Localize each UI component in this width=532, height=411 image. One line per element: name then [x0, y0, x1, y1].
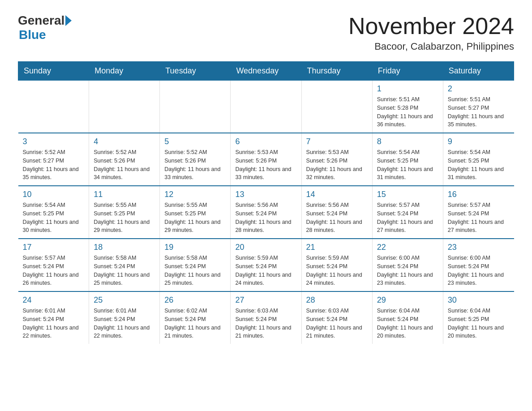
day-info: Sunrise: 5:53 AM Sunset: 5:26 PM Dayligh… — [235, 148, 296, 182]
day-number: 14 — [306, 190, 368, 199]
calendar-cell: 19Sunrise: 5:58 AM Sunset: 5:24 PM Dayli… — [160, 239, 231, 291]
calendar-cell: 1Sunrise: 5:51 AM Sunset: 5:28 PM Daylig… — [372, 81, 443, 133]
weekday-header-row: SundayMondayTuesdayWednesdayThursdayFrid… — [18, 62, 514, 81]
day-info: Sunrise: 5:56 AM Sunset: 5:24 PM Dayligh… — [235, 201, 296, 235]
weekday-header: Saturday — [443, 62, 514, 81]
calendar-cell: 18Sunrise: 5:58 AM Sunset: 5:24 PM Dayli… — [89, 239, 160, 291]
day-number: 21 — [306, 243, 368, 252]
day-info: Sunrise: 5:57 AM Sunset: 5:24 PM Dayligh… — [448, 201, 510, 235]
page-header: General Blue November 2024 Bacoor, Calab… — [18, 13, 514, 52]
day-info: Sunrise: 5:53 AM Sunset: 5:26 PM Dayligh… — [306, 148, 368, 182]
day-number: 19 — [164, 243, 226, 252]
day-number: 5 — [164, 137, 226, 146]
day-info: Sunrise: 5:54 AM Sunset: 5:25 PM Dayligh… — [377, 148, 438, 182]
day-number: 20 — [235, 243, 296, 252]
weekday-header: Monday — [89, 62, 160, 81]
calendar-cell: 2Sunrise: 5:51 AM Sunset: 5:27 PM Daylig… — [443, 81, 514, 133]
day-number: 6 — [235, 137, 296, 146]
day-info: Sunrise: 6:01 AM Sunset: 5:24 PM Dayligh… — [23, 307, 85, 340]
day-info: Sunrise: 6:03 AM Sunset: 5:24 PM Dayligh… — [235, 307, 296, 340]
day-info: Sunrise: 5:55 AM Sunset: 5:25 PM Dayligh… — [164, 201, 226, 235]
day-info: Sunrise: 6:01 AM Sunset: 5:24 PM Dayligh… — [94, 307, 155, 340]
calendar-cell: 3Sunrise: 5:52 AM Sunset: 5:27 PM Daylig… — [18, 133, 89, 186]
calendar-cell: 27Sunrise: 6:03 AM Sunset: 5:24 PM Dayli… — [231, 291, 301, 344]
weekday-header: Friday — [372, 62, 443, 81]
day-info: Sunrise: 6:02 AM Sunset: 5:24 PM Dayligh… — [164, 307, 226, 340]
day-info: Sunrise: 5:51 AM Sunset: 5:27 PM Dayligh… — [448, 95, 510, 129]
day-number: 26 — [164, 295, 226, 305]
day-number: 22 — [377, 243, 438, 252]
day-info: Sunrise: 5:54 AM Sunset: 5:25 PM Dayligh… — [23, 201, 85, 235]
calendar-cell — [18, 81, 89, 133]
day-info: Sunrise: 5:52 AM Sunset: 5:27 PM Dayligh… — [23, 148, 85, 182]
day-number: 2 — [448, 84, 510, 94]
day-info: Sunrise: 5:56 AM Sunset: 5:24 PM Dayligh… — [306, 201, 368, 235]
calendar-week-row: 24Sunrise: 6:01 AM Sunset: 5:24 PM Dayli… — [18, 291, 514, 344]
calendar-cell: 17Sunrise: 5:57 AM Sunset: 5:24 PM Dayli… — [18, 239, 89, 291]
day-number: 27 — [235, 295, 296, 305]
day-info: Sunrise: 5:57 AM Sunset: 5:24 PM Dayligh… — [23, 254, 85, 287]
calendar-cell: 13Sunrise: 5:56 AM Sunset: 5:24 PM Dayli… — [231, 186, 301, 239]
calendar-cell: 26Sunrise: 6:02 AM Sunset: 5:24 PM Dayli… — [160, 291, 231, 344]
day-number: 11 — [94, 190, 155, 199]
location-subtitle: Bacoor, Calabarzon, Philippines — [348, 41, 514, 52]
day-info: Sunrise: 5:55 AM Sunset: 5:25 PM Dayligh… — [94, 201, 155, 235]
day-info: Sunrise: 6:04 AM Sunset: 5:25 PM Dayligh… — [448, 307, 510, 340]
calendar-cell: 8Sunrise: 5:54 AM Sunset: 5:25 PM Daylig… — [372, 133, 443, 186]
calendar-week-row: 17Sunrise: 5:57 AM Sunset: 5:24 PM Dayli… — [18, 239, 514, 291]
calendar-cell — [160, 81, 231, 133]
calendar-cell: 24Sunrise: 6:01 AM Sunset: 5:24 PM Dayli… — [18, 291, 89, 344]
calendar-cell: 9Sunrise: 5:54 AM Sunset: 5:25 PM Daylig… — [443, 133, 514, 186]
calendar-cell: 29Sunrise: 6:04 AM Sunset: 5:24 PM Dayli… — [372, 291, 443, 344]
title-area: November 2024 Bacoor, Calabarzon, Philip… — [348, 13, 514, 52]
day-info: Sunrise: 5:59 AM Sunset: 5:24 PM Dayligh… — [235, 254, 296, 287]
day-number: 17 — [23, 243, 85, 252]
calendar-cell: 16Sunrise: 5:57 AM Sunset: 5:24 PM Dayli… — [443, 186, 514, 239]
day-number: 10 — [23, 190, 85, 199]
day-info: Sunrise: 5:52 AM Sunset: 5:26 PM Dayligh… — [164, 148, 226, 182]
calendar-cell — [89, 81, 160, 133]
day-number: 29 — [377, 295, 438, 305]
calendar-cell: 15Sunrise: 5:57 AM Sunset: 5:24 PM Dayli… — [372, 186, 443, 239]
day-info: Sunrise: 6:00 AM Sunset: 5:24 PM Dayligh… — [448, 254, 510, 287]
day-number: 1 — [377, 84, 438, 94]
calendar-week-row: 3Sunrise: 5:52 AM Sunset: 5:27 PM Daylig… — [18, 133, 514, 186]
day-number: 15 — [377, 190, 438, 199]
logo-blue-text: Blue — [19, 28, 46, 42]
day-number: 4 — [94, 137, 155, 146]
day-info: Sunrise: 5:52 AM Sunset: 5:26 PM Dayligh… — [94, 148, 155, 182]
calendar-cell: 5Sunrise: 5:52 AM Sunset: 5:26 PM Daylig… — [160, 133, 231, 186]
calendar-cell: 4Sunrise: 5:52 AM Sunset: 5:26 PM Daylig… — [89, 133, 160, 186]
calendar-cell: 28Sunrise: 6:03 AM Sunset: 5:24 PM Dayli… — [301, 291, 372, 344]
day-number: 9 — [448, 137, 510, 146]
calendar-table: SundayMondayTuesdayWednesdayThursdayFrid… — [18, 61, 514, 344]
calendar-cell: 10Sunrise: 5:54 AM Sunset: 5:25 PM Dayli… — [18, 186, 89, 239]
calendar-week-row: 10Sunrise: 5:54 AM Sunset: 5:25 PM Dayli… — [18, 186, 514, 239]
calendar-cell: 21Sunrise: 5:59 AM Sunset: 5:24 PM Dayli… — [301, 239, 372, 291]
calendar-cell — [301, 81, 372, 133]
day-number: 24 — [23, 295, 85, 305]
calendar-cell: 23Sunrise: 6:00 AM Sunset: 5:24 PM Dayli… — [443, 239, 514, 291]
calendar-cell: 7Sunrise: 5:53 AM Sunset: 5:26 PM Daylig… — [301, 133, 372, 186]
day-info: Sunrise: 6:00 AM Sunset: 5:24 PM Dayligh… — [377, 254, 438, 287]
weekday-header: Wednesday — [231, 62, 301, 81]
day-number: 8 — [377, 137, 438, 146]
calendar-cell — [231, 81, 301, 133]
day-number: 3 — [23, 137, 85, 146]
day-info: Sunrise: 5:54 AM Sunset: 5:25 PM Dayligh… — [448, 148, 510, 182]
day-info: Sunrise: 5:58 AM Sunset: 5:24 PM Dayligh… — [164, 254, 226, 287]
calendar-cell: 14Sunrise: 5:56 AM Sunset: 5:24 PM Dayli… — [301, 186, 372, 239]
calendar-cell: 20Sunrise: 5:59 AM Sunset: 5:24 PM Dayli… — [231, 239, 301, 291]
day-info: Sunrise: 6:03 AM Sunset: 5:24 PM Dayligh… — [306, 307, 368, 340]
calendar-week-row: 1Sunrise: 5:51 AM Sunset: 5:28 PM Daylig… — [18, 81, 514, 133]
day-number: 23 — [448, 243, 510, 252]
logo-general-text: General — [18, 13, 64, 28]
month-title: November 2024 — [348, 13, 514, 39]
day-number: 12 — [164, 190, 226, 199]
calendar-cell: 6Sunrise: 5:53 AM Sunset: 5:26 PM Daylig… — [231, 133, 301, 186]
day-number: 30 — [448, 295, 510, 305]
calendar-cell: 22Sunrise: 6:00 AM Sunset: 5:24 PM Dayli… — [372, 239, 443, 291]
day-info: Sunrise: 5:51 AM Sunset: 5:28 PM Dayligh… — [377, 95, 438, 129]
day-number: 28 — [306, 295, 368, 305]
day-info: Sunrise: 6:04 AM Sunset: 5:24 PM Dayligh… — [377, 307, 438, 340]
